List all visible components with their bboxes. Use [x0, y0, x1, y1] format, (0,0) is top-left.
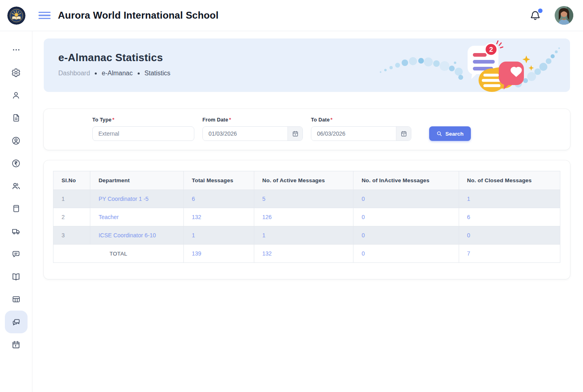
department-link[interactable]: PY Coordinator 1 -5 [90, 190, 183, 208]
menu-toggle-button[interactable] [38, 12, 51, 19]
message-lines-icon [11, 249, 21, 259]
search-button[interactable]: Search [429, 126, 471, 141]
calendar-icon [292, 130, 299, 137]
gear-icon [11, 68, 21, 77]
school-logo-icon [7, 6, 26, 25]
more-icon [12, 45, 21, 54]
total-messages-value: 139 [183, 245, 254, 263]
statistics-table: Sl.No Department Total Messages No. of A… [53, 171, 560, 263]
total-messages-cell[interactable]: 6 [183, 190, 254, 208]
inactive-messages-cell[interactable]: 0 [353, 226, 459, 245]
sidebar-item-more[interactable] [5, 38, 28, 61]
breadcrumb-statistics: Statistics [145, 70, 170, 77]
to-date-label: To Date* [311, 117, 411, 123]
file-text-icon [12, 113, 21, 122]
breadcrumb-separator [95, 72, 97, 75]
notifications-button[interactable] [530, 10, 541, 21]
department-link[interactable]: ICSE Coordinator 6-10 [90, 226, 183, 245]
to-type-label: To Type* [92, 117, 194, 123]
department-link[interactable]: Teacher [90, 208, 183, 226]
user-icon [11, 91, 21, 100]
required-asterisk: * [229, 117, 231, 123]
chats-icon [11, 317, 21, 327]
table-header-row: Sl.No Department Total Messages No. of A… [53, 171, 560, 190]
column-header-active: No. of Active Messages [254, 171, 353, 190]
closed-messages-cell[interactable]: 0 [459, 226, 560, 245]
active-messages-cell[interactable]: 5 [254, 190, 353, 208]
banner-illustration: 2 [376, 38, 562, 92]
column-header-closed: No. of Closed Messages [459, 171, 560, 190]
from-date-label: From Date* [202, 117, 303, 123]
slno-cell: 1 [53, 190, 90, 208]
sidebar-item-profile[interactable] [5, 84, 28, 107]
calendar-icon [400, 130, 407, 137]
notification-badge [538, 9, 543, 13]
from-date-input[interactable] [203, 127, 287, 141]
to-date-field-group: To Date* [311, 117, 411, 141]
breadcrumb-dashboard[interactable]: Dashboard [58, 70, 90, 77]
column-header-total: Total Messages [183, 171, 254, 190]
avatar-image [555, 6, 573, 25]
closed-messages-cell[interactable]: 6 [459, 208, 560, 226]
sidebar-item-fees[interactable] [5, 152, 28, 175]
slno-cell: 2 [53, 208, 90, 226]
breadcrumb-ealmanac[interactable]: e-Almanac [102, 70, 132, 77]
sidebar-item-settings[interactable] [5, 61, 28, 84]
active-messages-cell[interactable]: 126 [254, 208, 353, 226]
total-label: TOTAL [53, 245, 184, 263]
sidebar-item-ealmanac[interactable] [5, 311, 28, 333]
user-circle-icon [11, 136, 21, 145]
truck-icon [11, 226, 21, 236]
total-active-value: 132 [254, 245, 353, 263]
sidebar-item-timetable[interactable] [5, 288, 28, 311]
from-date-picker-button[interactable] [287, 127, 302, 141]
sidebar-item-messages[interactable] [5, 243, 28, 265]
inactive-messages-cell[interactable]: 0 [353, 208, 459, 226]
table-grid-icon [12, 295, 21, 304]
statistics-table-card: Sl.No Department Total Messages No. of A… [44, 160, 570, 279]
table-body: 1 PY Coordinator 1 -5 6 5 0 1 2 Teacher … [53, 190, 560, 245]
svg-text:2: 2 [489, 46, 493, 53]
total-closed-value: 7 [459, 245, 560, 263]
inactive-messages-cell[interactable]: 0 [353, 190, 459, 208]
sidebar-item-calendar[interactable] [5, 333, 28, 356]
closed-messages-cell[interactable]: 1 [459, 190, 560, 208]
app-header: Aurora World International School [0, 0, 583, 31]
search-icon [436, 131, 442, 136]
total-messages-cell[interactable]: 132 [183, 208, 254, 226]
required-asterisk: * [330, 117, 332, 123]
filter-bar: To Type* From Date* To Date* [44, 109, 570, 150]
open-book-icon [11, 272, 21, 281]
rupee-circle-icon [11, 159, 21, 168]
sidebar-item-documents[interactable] [5, 107, 28, 129]
sidebar-item-courses[interactable] [5, 197, 28, 220]
sidebar-item-staff[interactable] [5, 175, 28, 197]
active-messages-cell[interactable]: 1 [254, 226, 353, 245]
app-title: Aurora World International School [58, 10, 219, 21]
page-banner: e-Almanac Statistics Dashboard e-Almanac… [44, 38, 570, 92]
total-inactive-value: 0 [353, 245, 459, 263]
to-type-field-group: To Type* [92, 117, 194, 141]
sidebar-item-account[interactable] [5, 129, 28, 152]
table-total-row: TOTAL 139 132 0 7 [53, 245, 560, 263]
table-row: 3 ICSE Coordinator 6-10 1 1 0 0 [53, 226, 560, 245]
calendar-icon [11, 340, 21, 349]
users-icon [11, 181, 21, 191]
table-row: 2 Teacher 132 126 0 6 [53, 208, 560, 226]
column-header-slno: Sl.No [53, 171, 90, 190]
total-messages-cell[interactable]: 1 [183, 226, 254, 245]
to-date-input[interactable] [311, 127, 396, 141]
sidebar-item-transport[interactable] [5, 220, 28, 243]
required-asterisk: * [112, 117, 114, 123]
user-avatar[interactable] [555, 6, 573, 25]
to-date-picker-button[interactable] [396, 127, 411, 141]
to-type-input[interactable] [92, 126, 194, 141]
notebook-icon [12, 204, 21, 213]
column-header-department: Department [90, 171, 183, 190]
column-header-inactive: No. of InActive Messages [353, 171, 459, 190]
table-row: 1 PY Coordinator 1 -5 6 5 0 1 [53, 190, 560, 208]
from-date-field-group: From Date* [202, 117, 303, 141]
slno-cell: 3 [53, 226, 90, 245]
sidebar-item-library[interactable] [5, 265, 28, 288]
sidebar [0, 31, 32, 392]
